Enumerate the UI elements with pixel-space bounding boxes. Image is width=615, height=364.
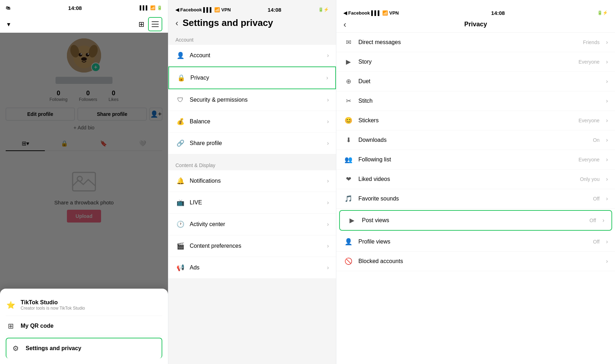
battery-1: 🔋 xyxy=(157,5,162,10)
settings-list: Account 👤 Account › 🔒 Privacy › 🛡 Securi… xyxy=(168,33,336,364)
battery-2: 🔋⚡ xyxy=(318,7,329,12)
likes-label: Likes xyxy=(109,97,119,102)
tab-lock[interactable]: 🔒 xyxy=(45,136,84,150)
share-profile-icon: 🔗 xyxy=(175,138,185,148)
live-label: LIVE xyxy=(190,199,323,206)
blocked-accounts-item[interactable]: 🚫 Blocked accounts › xyxy=(336,252,615,271)
qr-code-item[interactable]: ⊞ My QR code xyxy=(6,316,162,336)
add-bio-button[interactable]: + Add bio xyxy=(74,125,95,130)
hamburger-button[interactable] xyxy=(148,17,162,31)
settings-privacy-item[interactable]: ⚙ Settings and privacy xyxy=(6,338,162,358)
favorite-sounds-chevron-icon: › xyxy=(606,196,608,202)
profile-topbar: ▾ ⊞ xyxy=(0,16,168,33)
add-friend-button[interactable]: 👤+ xyxy=(149,108,162,121)
settings-privacy-title: Settings and privacy xyxy=(26,345,157,352)
stitch-icon: ✂ xyxy=(343,97,353,105)
settings-page-title: Settings and privacy xyxy=(183,17,273,28)
account-item[interactable]: 👤 Account › xyxy=(168,45,336,66)
settings-topbar: ◀ Facebook ▌▌▌ 📶 VPN 14:08 🔋⚡ ‹ Settings… xyxy=(168,0,336,33)
tiktok-studio-item[interactable]: ⭐ TikTok Studio Creator tools is now Tik… xyxy=(6,294,162,316)
activity-center-icon: 🕐 xyxy=(175,219,185,229)
username-bar xyxy=(56,77,112,84)
following-list-icon: 👥 xyxy=(343,156,353,164)
direct-messages-icon: ✉ xyxy=(343,38,353,46)
content-section: Content & Display 🔔 Notifications › 📺 LI… xyxy=(168,158,336,278)
duet-icon: ⊕ xyxy=(343,77,353,85)
add-friend-icon: 👤+ xyxy=(150,110,162,118)
profile-views-icon: 👤 xyxy=(343,238,353,246)
followers-label: Followers xyxy=(79,97,97,102)
content-section-items: 🔔 Notifications › 📺 LIVE › 🕐 Activity ce… xyxy=(168,170,336,278)
profile-body: + 0 Following 0 Followers 0 Likes xyxy=(0,33,168,235)
upload-button[interactable]: Upload xyxy=(67,210,101,223)
activity-center-item[interactable]: 🕐 Activity center › xyxy=(168,214,336,235)
lock-icon: 🔒 xyxy=(61,140,68,147)
share-profile-chevron-icon: › xyxy=(327,140,329,146)
story-item[interactable]: ▶ Story Everyone › xyxy=(336,52,615,72)
following-list-item[interactable]: 👥 Following list Everyone › xyxy=(336,150,615,170)
live-item[interactable]: 📺 LIVE › xyxy=(168,192,336,214)
battery-3: 🔋⚡ xyxy=(597,10,608,15)
settings-back-button[interactable]: ‹ xyxy=(175,19,178,27)
chevron-down-icon: ▾ xyxy=(7,21,10,28)
favorite-sounds-item[interactable]: 🎵 Favorite sounds Off › xyxy=(336,189,615,209)
privacy-item[interactable]: 🔒 Privacy › xyxy=(168,66,336,89)
notifications-item[interactable]: 🔔 Notifications › xyxy=(168,170,336,192)
stitch-item[interactable]: ✂ Stitch › xyxy=(336,91,615,111)
stitch-chevron-icon: › xyxy=(606,98,608,104)
account-chevron-icon: › xyxy=(327,52,329,59)
stickers-icon: 😊 xyxy=(343,117,353,124)
time-3: 14:08 xyxy=(491,10,505,16)
profile-action-buttons: Edit profile Share profile 👤+ xyxy=(6,108,162,121)
duet-item[interactable]: ⊕ Duet › xyxy=(336,72,615,91)
content-prefs-label: Content preferences xyxy=(190,243,323,249)
stickers-label: Stickers xyxy=(358,117,574,124)
facebook-label-1: 🛍 xyxy=(6,5,10,11)
signal-1: ▌▌▌ xyxy=(140,5,149,10)
security-item[interactable]: 🛡 Security & permissions › xyxy=(168,89,336,111)
downloads-chevron-icon: › xyxy=(606,137,608,143)
story-chevron-icon: › xyxy=(606,59,608,65)
share-profile-button[interactable]: Share profile xyxy=(78,108,147,121)
effects-icon[interactable]: ⊞ xyxy=(138,20,144,28)
content-prefs-item[interactable]: 🎬 Content preferences › xyxy=(168,235,336,257)
direct-messages-label: Direct messages xyxy=(358,39,578,46)
balance-item[interactable]: 💰 Balance › xyxy=(168,111,336,133)
throwback-text: Share a throwback photo xyxy=(54,199,114,205)
account-section: Account 👤 Account › 🔒 Privacy › 🛡 Securi… xyxy=(168,33,336,154)
account-icon: 👤 xyxy=(175,50,185,60)
balance-icon: 💰 xyxy=(175,117,185,127)
account-section-items: 👤 Account › 🔒 Privacy › 🛡 Security & per… xyxy=(168,45,336,154)
tab-bookmark[interactable]: 🔖 xyxy=(84,136,123,150)
share-profile-item[interactable]: 🔗 Share profile › xyxy=(168,133,336,154)
edit-profile-button[interactable]: Edit profile xyxy=(6,108,75,121)
following-stat: 0 Following xyxy=(49,90,68,102)
heart-icon: 🤍 xyxy=(139,140,146,147)
post-views-item[interactable]: ▶ Post views Off › xyxy=(339,210,612,231)
profile-panel: 🛍 14:08 ▌▌▌ 📶 🔋 ▾ ⊞ xyxy=(0,0,168,364)
settings-title-row: ‹ Settings and privacy xyxy=(175,17,329,28)
tiktok-studio-title: TikTok Studio xyxy=(21,299,162,306)
ads-item[interactable]: 📢 Ads › xyxy=(168,257,336,278)
downloads-item[interactable]: ⬇ Downloads On › xyxy=(336,130,615,150)
duet-chevron-icon: › xyxy=(606,78,608,85)
svg-point-4 xyxy=(79,53,82,57)
liked-videos-item[interactable]: ❤ Liked videos Only you › xyxy=(336,170,615,189)
add-avatar-button[interactable]: + xyxy=(91,63,100,72)
account-section-header: Account xyxy=(168,33,336,45)
tab-grid[interactable]: ⊞▾ xyxy=(6,136,45,150)
profile-views-item[interactable]: 👤 Profile views Off › xyxy=(336,232,615,252)
time-2: 14:08 xyxy=(268,7,281,13)
username-dropdown[interactable]: ▾ xyxy=(6,21,10,28)
status-bar-3: ◀ Facebook ▌▌▌ 📶 VPN 14:08 🔋⚡ xyxy=(343,5,608,21)
tab-heart[interactable]: 🤍 xyxy=(123,136,162,150)
direct-messages-chevron-icon: › xyxy=(606,39,608,46)
post-views-value: Off xyxy=(589,218,596,223)
privacy-back-button[interactable]: ‹ xyxy=(343,20,346,30)
settings-panel: ◀ Facebook ▌▌▌ 📶 VPN 14:08 🔋⚡ ‹ Settings… xyxy=(168,0,336,364)
security-label: Security & permissions xyxy=(190,97,323,103)
notifications-chevron-icon: › xyxy=(327,178,329,184)
stickers-item[interactable]: 😊 Stickers Everyone › xyxy=(336,111,615,130)
likes-count: 0 xyxy=(112,90,115,97)
direct-messages-item[interactable]: ✉ Direct messages Friends › xyxy=(336,33,615,52)
